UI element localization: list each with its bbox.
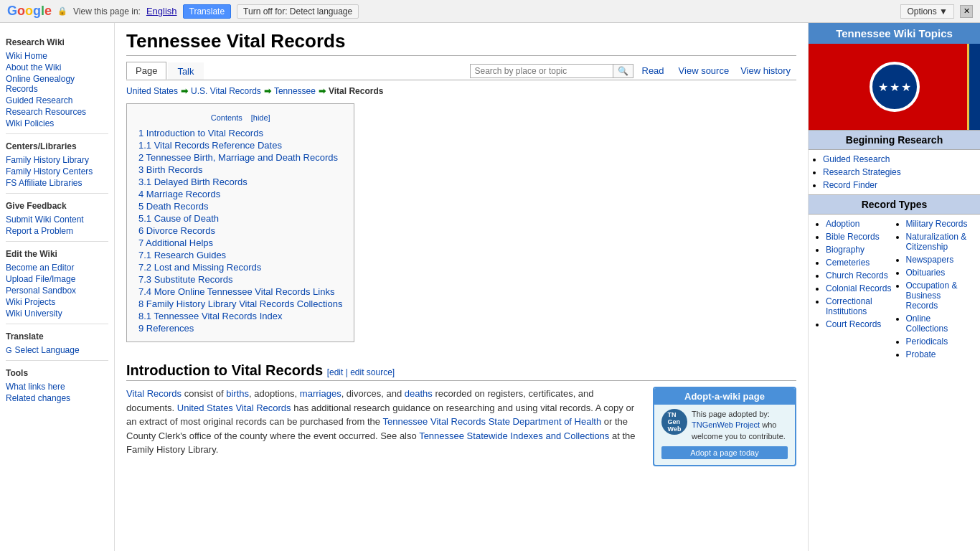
rs-occupation-link[interactable]: Occupation & Business Records <box>906 281 958 311</box>
tngenweb-logo: TNGenWeb <box>661 409 687 435</box>
sidebar-link-wiki-projects[interactable]: Wiki Projects <box>6 296 108 308</box>
rs-naturalization-link[interactable]: Naturalization & Citizenship <box>906 232 967 252</box>
rs-obituaries-link[interactable]: Obituaries <box>906 268 946 278</box>
sidebar-link-sandbox[interactable]: Personal Sandbox <box>6 285 108 296</box>
sidebar-section-feedback: Give Feedback <box>6 201 108 211</box>
vital-records-link[interactable]: Vital Records <box>126 388 182 399</box>
deaths-link[interactable]: deaths <box>405 388 433 399</box>
list-item: Newspapers <box>906 253 975 266</box>
list-item: Correctional Institutions <box>826 295 895 318</box>
list-item: Naturalization & Citizenship <box>906 230 975 253</box>
list-item: 7.1 Research Guides <box>138 249 342 261</box>
rs-adoption-link[interactable]: Adoption <box>826 219 859 229</box>
edit-source-link[interactable]: edit source <box>350 367 392 377</box>
sidebar-link-become-editor[interactable]: Become an Editor <box>6 262 108 273</box>
turnoff-button[interactable]: Turn off for: Detect language <box>237 4 359 19</box>
sidebar-link-submit[interactable]: Submit Wiki Content <box>6 214 108 225</box>
rs-col-2: Military Records Naturalization & Citize… <box>895 217 975 361</box>
tab-read[interactable]: Read <box>642 65 664 76</box>
sidebar-link-fhl[interactable]: Family History Library <box>6 154 108 166</box>
bc-arrow-1: ➡ <box>181 86 188 96</box>
toc-hide[interactable]: [hide] <box>251 113 270 122</box>
sidebar-link-wiki-home[interactable]: Wiki Home <box>6 50 108 62</box>
main-content: Tennessee Vital Records Page Talk 🔍 Read… <box>115 23 808 551</box>
sidebar-link-report[interactable]: Report a Problem <box>6 225 108 237</box>
bc-tennessee[interactable]: Tennessee <box>274 86 316 96</box>
list-item: Bible Records <box>826 230 895 243</box>
search-button[interactable]: 🔍 <box>613 64 633 78</box>
sidebar-link-what-links[interactable]: What links here <box>6 381 108 392</box>
list-item: 5 Death Records <box>138 200 342 212</box>
rs-header: Tennessee Wiki Topics <box>809 23 980 44</box>
sidebar-link-wiki-university[interactable]: Wiki University <box>6 308 108 319</box>
births-link[interactable]: births <box>226 388 249 399</box>
flag-circle: ★★★ <box>870 62 920 112</box>
list-item: Periodicals <box>906 335 975 348</box>
edit-link[interactable]: edit <box>329 367 343 377</box>
rs-online-collections-link[interactable]: Online Collections <box>906 314 948 334</box>
tab-talk[interactable]: Talk <box>168 62 203 80</box>
tab-page[interactable]: Page <box>126 62 166 80</box>
rs-col-1: Adoption Bible Records Biography Cemeter… <box>814 217 895 361</box>
tn-statewide-link[interactable]: Tennessee Statewide Indexes and Collecti… <box>419 430 609 441</box>
rs-probate-link[interactable]: Probate <box>906 349 936 359</box>
sidebar-link-select-language[interactable]: Select Language <box>15 344 80 356</box>
bc-united-states[interactable]: United States <box>126 86 178 96</box>
bc-arrow-3: ➡ <box>319 86 326 96</box>
sidebar-link-online-genealogy[interactable]: Online Genealogy Records <box>6 73 108 95</box>
adopt-button[interactable]: Adopt a page today <box>661 446 788 459</box>
close-button[interactable]: ✕ <box>960 5 973 18</box>
sidebar-section-translate: Translate <box>6 331 108 342</box>
rs-periodicals-link[interactable]: Periodicals <box>906 336 948 347</box>
rs-court-records-link[interactable]: Court Records <box>826 319 881 329</box>
list-item: 1 Introduction to Vital Records <box>138 127 342 139</box>
tn-health-link[interactable]: Tennessee Vital Records State Department… <box>382 416 601 427</box>
rs-newspapers-link[interactable]: Newspapers <box>906 255 954 265</box>
sidebar-link-research-resources[interactable]: Research Resources <box>6 106 108 118</box>
flag-blue-bar <box>967 44 980 130</box>
list-item: 9 References <box>138 322 342 334</box>
list-item: 3 Birth Records <box>138 164 342 176</box>
list-item: Cemeteries <box>826 256 895 269</box>
rs-correctional-link[interactable]: Correctional Institutions <box>826 296 872 316</box>
rs-biography-link[interactable]: Biography <box>826 245 864 255</box>
rs-record-types-header: Record Types <box>809 194 980 215</box>
sidebar-link-wiki-policies[interactable]: Wiki Policies <box>6 118 108 129</box>
rs-beginning-research-list: Guided Research Research Strategies Reco… <box>809 150 980 194</box>
rs-research-strategies-link[interactable]: Research Strategies <box>823 167 901 177</box>
search-input[interactable] <box>470 64 613 78</box>
divider-4 <box>6 324 108 324</box>
marriages-link[interactable]: marriages <box>300 388 341 399</box>
adopt-box-title: Adopt-a-wiki page <box>654 388 795 405</box>
list-item: Church Records <box>826 269 895 282</box>
translate-button[interactable]: Translate <box>183 4 232 19</box>
rs-military-link[interactable]: Military Records <box>906 219 968 229</box>
list-item: Online Collections <box>906 312 975 335</box>
tab-view-history[interactable]: View history <box>740 65 791 76</box>
rs-church-records-link[interactable]: Church Records <box>826 270 888 281</box>
options-button[interactable]: Options ▼ <box>900 4 954 19</box>
rs-cemeteries-link[interactable]: Cemeteries <box>826 258 870 268</box>
tngenweb-link[interactable]: TNGenWeb Project <box>692 420 760 429</box>
us-vital-records-link[interactable]: United States Vital Records <box>177 402 291 413</box>
rs-beginning-research-header: Beginning Research <box>809 130 980 150</box>
list-item: Obituaries <box>906 266 975 279</box>
toc-title: Contents [hide] <box>138 111 342 123</box>
rs-bible-records-link[interactable]: Bible Records <box>826 232 880 242</box>
language-link[interactable]: English <box>146 6 177 17</box>
toc-list: 1 Introduction to Vital Records 1.1 Vita… <box>138 127 342 334</box>
sidebar-link-fs-affiliate[interactable]: FS Affiliate Libraries <box>6 177 108 189</box>
breadcrumb: United States ➡ U.S. Vital Records ➡ Ten… <box>126 86 796 96</box>
tab-view-source[interactable]: View source <box>679 65 730 76</box>
sidebar-link-guided-research[interactable]: Guided Research <box>6 95 108 106</box>
rs-record-finder-link[interactable]: Record Finder <box>823 180 877 190</box>
list-item: Occupation & Business Records <box>906 279 975 312</box>
sidebar-link-about[interactable]: About the Wiki <box>6 62 108 73</box>
rs-guided-research-link[interactable]: Guided Research <box>823 154 890 164</box>
sidebar-link-upload[interactable]: Upload File/Image <box>6 273 108 285</box>
adopt-box: Adopt-a-wiki page TNGenWeb This page ado… <box>653 387 796 466</box>
bc-us-vital-records[interactable]: U.S. Vital Records <box>191 86 261 96</box>
sidebar-link-fhc[interactable]: Family History Centers <box>6 166 108 177</box>
sidebar-link-related-changes[interactable]: Related changes <box>6 392 108 404</box>
rs-colonial-records-link[interactable]: Colonial Records <box>826 283 891 293</box>
